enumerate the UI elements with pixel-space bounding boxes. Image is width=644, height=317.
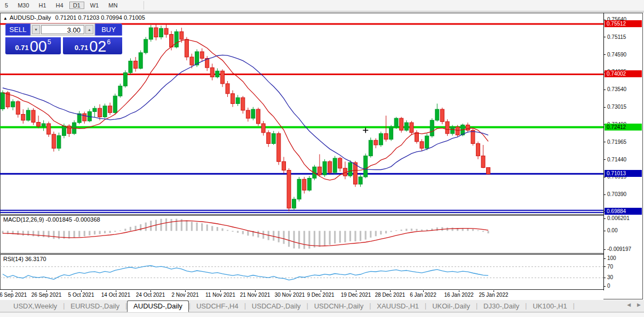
rsi-axis-tick: [603, 286, 606, 287]
buy-button[interactable]: BUY: [95, 23, 122, 36]
price-axis-tick: [603, 90, 606, 90]
price-axis-tick: [603, 37, 606, 37]
macd-axis-label: 0.006201: [607, 215, 630, 221]
date-axis-label: 6 Jan 2022: [410, 292, 436, 298]
tab-usdchfh4[interactable]: USDCHF-,H4: [190, 301, 244, 312]
rsi-axis-tick: [603, 258, 606, 259]
date-axis-label: 19 Dec 2021: [341, 292, 371, 298]
tab-usdcnhdaily[interactable]: USDCNH-,Daily: [308, 301, 369, 312]
price-tag: 0.74002: [605, 70, 642, 77]
date-axis-label: 11 Nov 2021: [205, 292, 235, 298]
price-axis-tick: [603, 177, 606, 177]
date-axis[interactable]: 16 Sep 202126 Sep 20215 Oct 202114 Oct 2…: [0, 290, 603, 299]
date-axis-label: 14 Oct 2021: [101, 292, 130, 298]
volume-decrease-icon[interactable]: ▼: [32, 25, 40, 34]
sell-price-quote[interactable]: 0.71 00 5: [5, 37, 61, 54]
price-tag: 0.72412: [605, 124, 642, 131]
price-axis-tick: [603, 54, 606, 55]
one-click-trade-panel: SELL ▼ 3.00 ▲ BUY 0.71 00 5 0.71 02 6: [5, 23, 122, 54]
buy-price-sup: 6: [107, 38, 110, 46]
sell-price-prefix: 0.71: [15, 44, 28, 52]
date-axis-label: 9 Dec 2021: [307, 292, 334, 298]
price-axis-label: 0.70390: [607, 191, 626, 197]
panel-separator[interactable]: [0, 214, 603, 216]
date-axis-label: 16 Sep 2021: [0, 292, 27, 298]
price-tag: 0.75512: [605, 20, 642, 27]
rsi-indicator-label: RSI(14) 36.3170: [3, 256, 46, 262]
tab-usdxweekly[interactable]: USDX,Weekly: [7, 301, 63, 312]
trading-platform-window: 5M30H1H4D1W1MN ▲AUDUSD-,Daily0.71201 0.7…: [0, 0, 644, 317]
macd-axis-tick: [603, 231, 606, 231]
rsi-axis-label: 100: [607, 255, 616, 261]
tab-usdcaddaily[interactable]: USDCAD-,Daily: [246, 301, 307, 312]
timeframe-toolbar: 5M30H1H4D1W1MN: [0, 0, 644, 11]
timeframe-button-5[interactable]: 5: [1, 2, 12, 9]
price-axis-label: 0.73015: [607, 104, 626, 110]
macd-axis-tick: [603, 218, 606, 219]
price-axis-label: 0.71965: [607, 139, 626, 145]
tab-xauusdh1[interactable]: XAUUSD-,H1: [371, 301, 425, 312]
date-axis-label: 2 Nov 2021: [171, 292, 198, 298]
timeframe-button-mn[interactable]: MN: [105, 2, 121, 9]
tab-eurusddaily[interactable]: EURUSD-,Daily: [65, 301, 125, 312]
price-tag: 0.69884: [605, 208, 642, 215]
tab-ukoildaily[interactable]: UKOil-,Daily: [426, 301, 476, 312]
tab-audusddaily[interactable]: AUDUSD-,Daily: [127, 300, 189, 312]
sell-price-sup: 5: [47, 38, 51, 46]
timeframe-button-h4[interactable]: H4: [52, 2, 67, 9]
tab-scroll-right-icon[interactable]: ▶: [637, 302, 641, 307]
macd-indicator-label: MACD(12,26,9) -0.001845 -0.000368: [3, 216, 100, 223]
panel-separator: [0, 289, 603, 290]
date-axis-label: 25 Jan 2022: [479, 292, 508, 298]
tab-uk100h1[interactable]: UK100-,H1: [527, 301, 573, 312]
rsi-panel-canvas[interactable]: [0, 255, 603, 289]
macd-axis-tick: [603, 249, 606, 250]
volume-input[interactable]: 3.00: [41, 25, 84, 34]
price-axis-tick: [603, 194, 606, 195]
price-tag: 0.71013: [605, 170, 642, 177]
date-axis-label: 24 Oct 2021: [136, 292, 165, 298]
buy-price-big: 02: [89, 39, 106, 54]
tab-dj30daily[interactable]: DJ30-,Daily: [478, 301, 525, 312]
date-axis-label: 28 Dec 2021: [375, 292, 406, 298]
status-bar: [0, 312, 644, 317]
chart-title: ▲AUDUSD-,Daily0.71201 0.71203 0.70994 0.…: [3, 14, 145, 21]
date-axis-label: 5 Oct 2021: [68, 292, 94, 298]
tab-separator: |: [573, 302, 575, 310]
price-axis-label: 0.71440: [607, 157, 626, 162]
rsi-axis-tick: [603, 278, 606, 278]
timeframe-button-w1[interactable]: W1: [86, 2, 103, 9]
tab-scroll-left-icon[interactable]: ◀: [627, 302, 631, 307]
date-axis-label: 21 Nov 2021: [240, 292, 271, 298]
price-axis-label: 0.74590: [607, 52, 626, 58]
buy-price-prefix: 0.71: [75, 44, 88, 52]
timeframe-button-d1[interactable]: D1: [69, 2, 84, 9]
timeframe-button-h1[interactable]: H1: [35, 2, 50, 9]
collapse-arrow-icon[interactable]: ▲: [3, 16, 7, 21]
price-axis-tick: [603, 107, 606, 108]
date-axis-label: 30 Nov 2021: [275, 292, 305, 298]
price-axis-tick: [603, 159, 606, 160]
volume-spinner: ▼ 3.00 ▲: [30, 23, 95, 36]
macd-axis-label: 0.00: [607, 227, 617, 233]
chart-symbol-label: AUDUSD-,Daily: [10, 14, 51, 21]
price-axis-tick: [603, 142, 606, 142]
volume-increase-icon[interactable]: ▲: [85, 25, 93, 34]
timeframe-button-m30[interactable]: M30: [14, 2, 33, 9]
sell-button[interactable]: SELL: [5, 23, 30, 36]
panel-separator[interactable]: [0, 253, 603, 255]
chart-tab-bar: USDX,Weekly|EURUSD-,Daily|AUDUSD-,Daily|…: [0, 300, 644, 312]
macd-axis-label: -0.009197: [607, 246, 631, 252]
rsi-axis-label: 70: [607, 264, 613, 270]
rsi-axis-label: 0: [607, 283, 610, 289]
rsi-axis-tick: [603, 266, 606, 267]
sell-price-big: 00: [30, 39, 47, 54]
price-axis-label: 0.75115: [607, 34, 626, 40]
date-axis-label: 16 Jan 2022: [444, 292, 473, 298]
rsi-axis-label: 30: [607, 274, 613, 280]
buy-price-quote[interactable]: 0.71 02 6: [63, 37, 122, 54]
price-axis-label: 0.73540: [607, 86, 626, 92]
date-axis-label: 26 Sep 2021: [31, 292, 62, 298]
chart-ohlc-readout: 0.71201 0.71203 0.70994 0.71005: [55, 14, 145, 21]
